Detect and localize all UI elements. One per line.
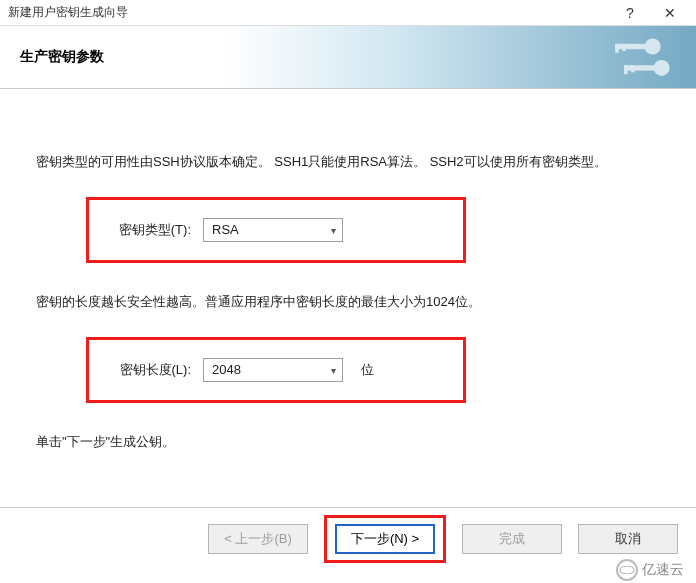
banner-heading: 生产密钥参数 <box>14 48 104 66</box>
key-length-value: 2048 <box>212 359 241 381</box>
svg-rect-6 <box>624 65 628 74</box>
cancel-button[interactable]: 取消 <box>578 524 678 554</box>
key-type-select[interactable]: RSA ▾ <box>203 218 343 242</box>
back-button: < 上一步(B) <box>208 524 308 554</box>
next-button[interactable]: 下一步(N) > <box>335 524 435 554</box>
key-length-label: 密钥长度(L): <box>99 359 191 381</box>
next-button-highlight: 下一步(N) > <box>324 515 446 563</box>
watermark-icon: ᑕᑐ <box>616 559 638 581</box>
key-length-select[interactable]: 2048 ▾ <box>203 358 343 382</box>
key-type-highlight: 密钥类型(T): RSA ▾ <box>86 197 466 263</box>
svg-rect-5 <box>624 65 660 70</box>
svg-rect-1 <box>615 44 651 49</box>
key-length-description: 密钥的长度越长安全性越高。普通应用程序中密钥长度的最佳大小为1024位。 <box>36 291 660 313</box>
chevron-down-icon: ▾ <box>331 222 336 239</box>
close-button[interactable]: ✕ <box>650 1 690 25</box>
wizard-banner: 生产密钥参数 <box>0 26 696 88</box>
keys-icon <box>588 34 678 84</box>
window-title: 新建用户密钥生成向导 <box>8 4 610 21</box>
watermark: ᑕᑐ 亿速云 <box>610 557 690 583</box>
key-type-label: 密钥类型(T): <box>99 219 191 241</box>
wizard-content: 密钥类型的可用性由SSH协议版本确定。 SSH1只能使用RSA算法。 SSH2可… <box>0 89 696 497</box>
wizard-button-bar: < 上一步(B) 下一步(N) > 完成 取消 <box>0 507 696 569</box>
svg-rect-3 <box>622 44 626 51</box>
next-step-description: 单击"下一步"生成公钥。 <box>36 431 660 453</box>
titlebar: 新建用户密钥生成向导 ? ✕ <box>0 0 696 26</box>
watermark-text: 亿速云 <box>642 561 684 579</box>
svg-rect-2 <box>615 44 619 53</box>
chevron-down-icon: ▾ <box>331 362 336 379</box>
finish-button: 完成 <box>462 524 562 554</box>
key-type-description: 密钥类型的可用性由SSH协议版本确定。 SSH1只能使用RSA算法。 SSH2可… <box>36 151 660 173</box>
help-button[interactable]: ? <box>610 1 650 25</box>
svg-rect-7 <box>631 65 635 72</box>
key-type-value: RSA <box>212 219 239 241</box>
key-length-highlight: 密钥长度(L): 2048 ▾ 位 <box>86 337 466 403</box>
key-length-unit: 位 <box>361 359 374 381</box>
